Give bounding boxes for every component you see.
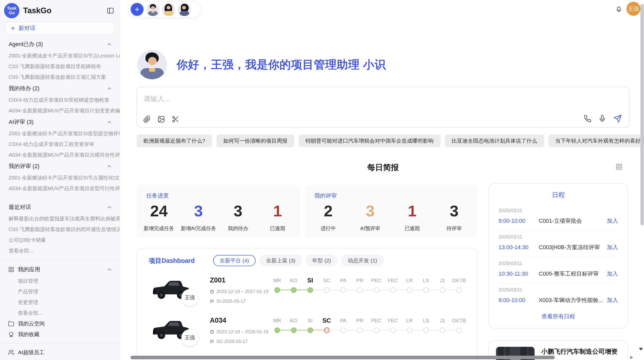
section-header-my-todo[interactable]: 我的待办 (2) [0,82,120,95]
tab-model-year[interactable]: 年型 (2) [306,255,338,266]
section-header-recent-chats[interactable]: 最近对话 [0,201,120,213]
sidebar-item-ai-super-staff[interactable]: AI超级员工 [0,347,120,358]
milestone-label: PEC [368,316,385,325]
tab-powertrain[interactable]: 动总开发 (1) [341,255,384,266]
project-row-a034[interactable]: 王强 A034 2023-12-19 ~ 2026-01-19 SC-2025-… [150,316,470,356]
app-link-change-mgmt[interactable]: 变更管理 [0,297,120,308]
scroll-right-arrow[interactable] [630,356,633,359]
join-meeting-link[interactable]: 加入 [607,270,618,278]
new-chat-button[interactable]: 新对话 [6,22,114,35]
suggestion-chip[interactable]: 当下年轻人对汽车外观有怎样的喜好趋势 [548,134,644,147]
sidebar-item-cloud-space[interactable]: 我的云空间 [0,318,120,329]
apps-grid-icon [8,266,14,273]
milestone-dot [291,287,297,293]
chat-input[interactable]: 请输入... [137,87,630,128]
agent-avatar-3[interactable] [178,3,191,16]
attachment-icon[interactable] [143,115,151,123]
suggestion-chip[interactable]: 特朗普可能对进口汽车增税会对中国车企造成哪些影响 [299,134,441,147]
recent-chat-item[interactable]: 解释最新出台的欧盟报废车法规再生塑料比例被调至15%... [0,213,120,224]
section-header-ai-review[interactable]: AI评审 (3) [0,116,120,128]
stat-value: 3 [179,203,218,219]
vertical-scrollbar[interactable] [640,4,644,225]
schedule-item[interactable]: 2025/03/11 9:00-10:00 C001-立项审批会 加入 [499,204,618,230]
sidebar-item-help-me-write[interactable]: 帮我写作 [0,358,120,360]
notification-bell-icon[interactable] [615,5,623,13]
horizontal-scrollbar[interactable] [130,356,555,359]
schedule-item[interactable]: 2025/03/11 10:30-11:30 C005-整车工程目标评审 加入 [499,257,618,283]
chevron-up-icon[interactable] [107,119,112,125]
recent-chat-item[interactable]: C02-飞腾新能源轻客改款项目的闭环通告反馈情况 [0,224,120,235]
collapse-sidebar-icon[interactable] [107,7,114,14]
agent-avatar-1[interactable] [146,3,159,16]
section-header-agent-done[interactable]: Agent已办 (3) [0,38,120,50]
image-upload-icon[interactable] [157,115,165,123]
microphone-icon[interactable] [598,115,606,123]
scissors-icon[interactable] [172,115,179,123]
phone-call-icon[interactable] [584,115,591,123]
join-meeting-link[interactable]: 加入 [607,244,618,251]
task-progress-stats: 24 新增完成任务 3 新增AI完成任务 3 我的待办 1 已逾期 [139,203,297,232]
sidebar-item-favorites[interactable]: 我的收藏 [0,329,120,340]
sidebar-task-item[interactable]: Z001-全新燃油轻卡产品开发项目SI造型提交物评审 [0,128,120,139]
scroll-down-arrow[interactable] [639,348,643,351]
stat-overdue[interactable]: 1 已逾期 [258,203,298,232]
stat-value: 3 [218,203,258,219]
section-header-my-review[interactable]: 我的评审 (2) [0,160,120,172]
send-icon[interactable] [613,114,622,123]
milestone-label: LS [418,276,434,285]
chevron-up-icon[interactable] [107,163,112,169]
milestone-label: FEC [385,316,401,325]
chevron-up-icon[interactable] [107,41,112,47]
chevron-up-icon[interactable] [107,86,112,91]
project-row-z001[interactable]: 王强 Z001 2023-12-19 ~ 2027-01-19 SI-2025-… [150,276,470,316]
chevron-up-icon[interactable] [107,204,112,210]
stat-ai-pre-review[interactable]: 3 AI预评审 [349,203,391,232]
app-link-product-mgmt[interactable]: 产品管理 [0,286,120,297]
tab-new-platform[interactable]: 全新平台 (4) [213,255,256,266]
stat-new-ai-done[interactable]: 3 新增AI完成任务 [179,203,218,232]
chat-input-placeholder: 请输入... [144,94,170,103]
news-title: 小鹏飞行汽车制造公司增资 [541,347,618,356]
sidebar-task-item[interactable]: C0X4-动力总成开发项目SI里程碑提交物检查 [0,95,120,105]
recent-chats-view-all[interactable]: 查看全部... [0,245,120,256]
milestone-label: LR [401,276,418,285]
stat-my-todo[interactable]: 3 我的待办 [218,203,258,232]
join-meeting-link[interactable]: 加入 [607,296,618,304]
stat-review-overdue[interactable]: 1 已逾期 [391,203,433,232]
add-agent-button[interactable] [130,3,144,16]
user-avatar[interactable]: 王强 [626,2,640,16]
sidebar-task-item[interactable]: C0X4-动力总成开发项目工程变更评审 [0,139,120,149]
sidebar-task-item[interactable]: Z001-全新燃油皮卡产品开发项目SI节点Lesson Learn报告 [0,50,120,61]
sidebar-task-item[interactable]: C02-飞腾新能源轻客改款项目立项汇报方案 [0,72,120,82]
brief-layout-grid-icon[interactable] [616,163,623,170]
badge-star-icon [8,331,14,337]
apps-view-all[interactable]: 查看全部... [0,308,120,318]
sidebar-task-item[interactable]: A034-全新新能源MUV产品开发项目法规符合性评审 [0,149,120,160]
app-link-project-mgmt[interactable]: 项目管理 [0,276,120,286]
sidebar-task-item[interactable]: A034-全新新能源MUV产品开发项目造型可行性评审 [0,183,120,194]
milestone-dot [324,287,330,293]
schedule-item[interactable]: 2025/03/11 9:00-10:00 X003-车辆动力学性能验... 加… [499,283,618,309]
agent-avatar-2[interactable] [162,3,175,16]
suggestion-chip[interactable]: 比亚迪全固态电池计划具体说了什么 [445,134,544,147]
chevron-up-icon[interactable] [107,267,112,272]
stat-in-progress[interactable]: 2 进行中 [307,203,349,232]
suggestion-chip[interactable]: 欧洲新规最近颁布了什么? [137,134,212,147]
greeting-block: 你好，王强，我是你的项目管理助理 小识 [137,50,386,79]
suggestion-chip[interactable]: 如何写一份清晰的项目周报 [216,134,294,147]
schedule-item[interactable]: 2025/03/11 13:00-14:30 C003|H0B-方案冻结评审 加… [499,230,618,257]
join-meeting-link[interactable]: 加入 [607,217,618,225]
project-owner-badge: 王强 [181,289,198,306]
milestone-dot [274,287,280,293]
sidebar-item-my-apps[interactable]: 我的应用 [0,263,120,276]
sidebar-task-item[interactable]: A034-全新新能源MUV产品开发项目计划变更表编写 [0,105,120,116]
tab-new-body[interactable]: 全新上装 (3) [260,255,302,266]
sidebar-task-item[interactable]: C02-飞腾新能源轻客改款项目里程碑画布 [0,61,120,72]
stat-pending-review[interactable]: 3 待评审 [433,203,475,232]
recent-chat-item[interactable]: 公司Q3轻卡销量 [0,235,120,245]
milestone-dot [390,327,396,333]
sidebar-task-item[interactable]: Z001-全新燃油轻卡产品开发项目SI节点属性5D文件评审 [0,172,120,183]
view-all-schedule-link[interactable]: 查看所有日程 [489,313,628,320]
app-logo: Task Go [4,3,19,18]
stat-new-done[interactable]: 24 新增完成任务 [139,203,179,232]
